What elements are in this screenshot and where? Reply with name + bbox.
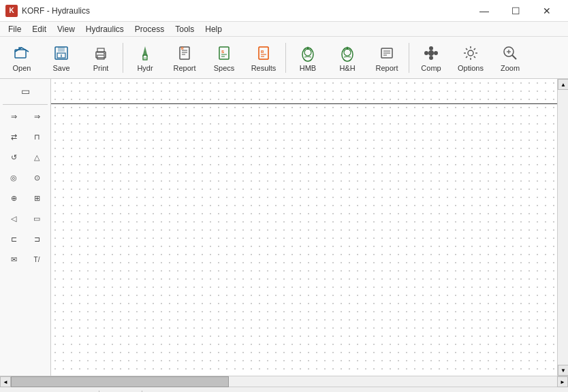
toolbar-sep-1 [123, 43, 123, 73]
menu-hydraulics[interactable]: Hydraulics [80, 22, 129, 37]
minimize-button[interactable]: — [469, 0, 500, 22]
left-toolbar-row-4: ↺ △ [1, 148, 49, 167]
left-tool-9a[interactable]: ✉ [3, 250, 25, 269]
select-tool[interactable]: ▭ [2, 82, 48, 101]
left-tool-3a[interactable]: ⇄ [3, 127, 25, 146]
svg-point-35 [428, 50, 434, 56]
zoom-button[interactable]: Zoom [491, 39, 529, 77]
specs-button[interactable]: S Specs [205, 39, 243, 77]
svg-line-42 [512, 55, 516, 59]
title-bar-left: K KORF - Hydraulics [5, 5, 90, 17]
left-toolbar-row-9: ✉ T/ [1, 250, 49, 269]
title-bar-controls: — ☐ ✕ [469, 0, 563, 22]
menu-help[interactable]: Help [200, 22, 227, 37]
hh-button[interactable]: H&H [328, 39, 366, 77]
svg-point-37 [434, 51, 438, 55]
right-scrollbar: ▲ ▼ [557, 79, 568, 376]
save-icon [52, 44, 71, 63]
left-tool-5a[interactable]: ◎ [3, 168, 25, 187]
arrow-tool-2[interactable]: ⇒ [26, 107, 48, 126]
results-label: Results [251, 64, 277, 72]
scroll-left-arrow[interactable]: ◄ [0, 376, 11, 387]
options-label: Options [458, 64, 484, 72]
svg-text:S: S [221, 50, 224, 54]
menu-edit[interactable]: Edit [27, 22, 52, 37]
zoom-icon [501, 44, 520, 63]
hydr-icon [136, 44, 155, 63]
left-tool-7b[interactable]: ▭ [26, 209, 48, 228]
title-bar: K KORF - Hydraulics — ☐ ✕ [0, 0, 568, 22]
left-tool-9b[interactable]: T/ [26, 250, 48, 269]
left-divider-1 [3, 104, 48, 105]
main-area: ▭ ⇒ ⇒ ⇄ ⊓ ↺ △ ◎ ⊙ ⊕ ⊞ ◁ ▭ [0, 79, 568, 376]
maximize-button[interactable]: ☐ [500, 0, 531, 22]
left-tool-4a[interactable]: ↺ [3, 148, 25, 167]
menu-view[interactable]: View [52, 22, 80, 37]
left-tool-3b[interactable]: ⊓ [26, 127, 48, 146]
title-text: KORF - Hydraulics [22, 6, 90, 16]
svg-point-8 [104, 53, 105, 54]
scroll-down-arrow[interactable]: ▼ [558, 365, 568, 376]
scroll-thumb[interactable] [11, 376, 229, 387]
svg-point-26 [304, 49, 311, 56]
toolbar-sep-3 [409, 43, 409, 73]
left-tool-6b[interactable]: ⊞ [26, 189, 48, 208]
scroll-up-arrow[interactable]: ▲ [558, 79, 568, 90]
menu-process[interactable]: Process [129, 22, 170, 37]
status-bar: Specified/Required = 0/0 Metric Case [0, 387, 568, 392]
hh-label: H&H [339, 64, 355, 72]
comp-button[interactable]: Comp [412, 39, 450, 77]
open-icon [12, 44, 31, 63]
canvas-grid [51, 79, 557, 376]
left-tool-5b[interactable]: ⊙ [26, 168, 48, 187]
hydr-label: Hydr [137, 64, 153, 72]
left-toolbar: ▭ ⇒ ⇒ ⇄ ⊓ ↺ △ ◎ ⊙ ⊕ ⊞ ◁ ▭ [0, 79, 51, 376]
report-button[interactable]: R Report [165, 39, 204, 77]
save-button[interactable]: Save [42, 39, 80, 77]
svg-rect-7 [97, 55, 104, 59]
results-icon: R [254, 44, 273, 63]
app-icon: K [5, 5, 18, 17]
left-toolbar-row-1: ▭ [1, 82, 49, 101]
left-tool-8a[interactable]: ⊏ [3, 229, 25, 248]
scroll-right-arrow[interactable]: ► [557, 376, 568, 387]
results-button[interactable]: R Results [244, 39, 283, 77]
svg-text:R: R [181, 46, 184, 50]
left-tool-6a[interactable]: ⊕ [3, 189, 25, 208]
toolbar-sep-2 [285, 43, 286, 73]
left-toolbar-row-2: ⇒ ⇒ [1, 107, 49, 126]
options-button[interactable]: Options [452, 39, 490, 77]
report-label: Report [173, 64, 195, 72]
menu-tools[interactable]: Tools [170, 22, 200, 37]
report2-icon [377, 44, 396, 63]
svg-point-40 [468, 50, 473, 56]
scroll-track-bottom[interactable] [11, 376, 557, 387]
comp-icon [422, 44, 441, 63]
menu-file[interactable]: File [3, 22, 27, 37]
hydr-button[interactable]: Hydr [126, 39, 164, 77]
svg-point-39 [429, 56, 433, 60]
print-button[interactable]: Print [82, 39, 120, 77]
print-icon [91, 44, 110, 63]
zoom-label: Zoom [501, 64, 520, 72]
left-tool-7a[interactable]: ◁ [3, 209, 25, 228]
hmb-button[interactable]: HMB [289, 39, 327, 77]
left-toolbar-row-8: ⊏ ⊐ [1, 229, 49, 248]
open-button[interactable]: Open [3, 39, 41, 77]
report2-label: Report [375, 64, 398, 72]
hh-icon [338, 44, 357, 63]
left-toolbar-row-5: ◎ ⊙ [1, 168, 49, 187]
save-label: Save [52, 64, 69, 72]
report2-button[interactable]: Report [368, 39, 406, 77]
specs-label: Specs [214, 64, 235, 72]
bottom-scrollbar: ◄ ► [0, 376, 568, 387]
close-button[interactable]: ✕ [531, 0, 563, 22]
svg-point-36 [424, 51, 428, 55]
left-tool-4b[interactable]: △ [26, 148, 48, 167]
left-tool-8b[interactable]: ⊐ [26, 229, 48, 248]
arrow-tool-1[interactable]: ⇒ [3, 107, 25, 126]
left-toolbar-row-7: ◁ ▭ [1, 209, 49, 228]
svg-point-38 [429, 46, 433, 50]
canvas-area[interactable] [51, 79, 557, 376]
scroll-track-right[interactable] [558, 90, 568, 365]
